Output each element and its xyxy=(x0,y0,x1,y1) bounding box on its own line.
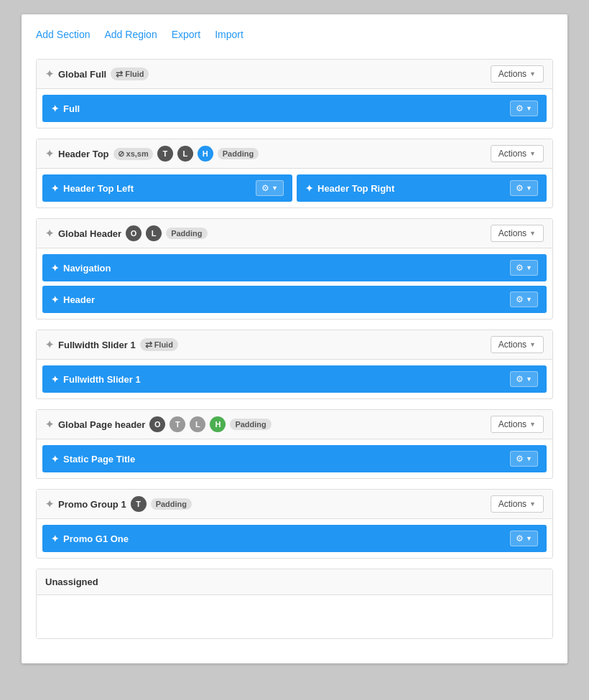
section-body-promo-group-1: ✦ Promo G1 One ⚙ xyxy=(37,519,552,558)
region-label: Header Top Right xyxy=(317,183,394,194)
section-global-header: ✦ Global Header O L Padding Actions ✦ Na… xyxy=(36,218,553,319)
actions-button-global-full[interactable]: Actions xyxy=(491,65,544,83)
unassigned-header: Unassigned xyxy=(37,569,552,595)
move-icon[interactable]: ✦ xyxy=(45,68,54,80)
move-icon[interactable]: ✦ xyxy=(45,419,54,430)
section-header-header-top: ✦ Header Top xs,sm T L H Padding Actions xyxy=(37,139,552,169)
region-row: ✦ Full ⚙ xyxy=(42,95,547,122)
unassigned-body xyxy=(37,595,552,638)
region-move-icon[interactable]: ✦ xyxy=(51,294,59,305)
toolbar: Add Section Add Region Export Import xyxy=(36,29,553,46)
badge-h: H xyxy=(210,416,226,432)
actions-button-header-top[interactable]: Actions xyxy=(491,145,544,162)
region-move-icon[interactable]: ✦ xyxy=(51,454,59,465)
region-gear-btn-navigation[interactable]: ⚙ xyxy=(510,260,538,276)
badge-padding: Padding xyxy=(166,228,207,239)
region-move-icon[interactable]: ✦ xyxy=(51,374,59,385)
region-header-top-right: ✦ Header Top Right ⚙ xyxy=(297,174,547,202)
badge-t: T xyxy=(131,496,147,512)
section-body-global-page-header: ✦ Static Page Title ⚙ xyxy=(37,439,552,478)
section-title: Promo Group 1 xyxy=(58,499,126,510)
region-move-icon[interactable]: ✦ xyxy=(51,263,59,274)
badge-t: T xyxy=(170,416,185,432)
region-promo-g1-one: ✦ Promo G1 One ⚙ xyxy=(42,525,547,552)
region-header: ✦ Header ⚙ xyxy=(42,286,547,313)
badge-l: L xyxy=(146,225,162,241)
section-body-global-header: ✦ Navigation ⚙ ✦ Header ⚙ xyxy=(37,248,552,319)
region-move-icon[interactable]: ✦ xyxy=(305,183,313,194)
badge-fluid: Fluid xyxy=(111,67,149,80)
actions-button-global-page-header[interactable]: Actions xyxy=(491,416,544,433)
region-row: ✦ Header ⚙ xyxy=(42,286,547,313)
region-full: ✦ Full ⚙ xyxy=(42,95,547,122)
add-section-link[interactable]: Add Section xyxy=(36,29,91,40)
page-container: Add Section Add Region Export Import ✦ G… xyxy=(22,14,567,663)
section-title: Global Full xyxy=(58,69,106,80)
section-title: Header Top xyxy=(58,149,109,159)
region-label: Fullwidth Slider 1 xyxy=(63,374,141,385)
move-icon[interactable]: ✦ xyxy=(45,498,54,510)
region-header-top-left: ✦ Header Top Left ⚙ xyxy=(42,174,292,202)
section-global-full: ✦ Global Full Fluid Actions ✦ Full ⚙ xyxy=(36,59,553,129)
badge-padding: Padding xyxy=(218,148,259,159)
region-label: Header xyxy=(63,294,95,305)
section-header-fullwidth-slider: ✦ Fullwidth Slider 1 Fluid Actions xyxy=(37,330,552,360)
move-icon[interactable]: ✦ xyxy=(45,339,54,350)
badge-fluid: Fluid xyxy=(140,338,178,351)
actions-button-global-header[interactable]: Actions xyxy=(491,225,544,242)
badge-padding: Padding xyxy=(230,419,271,430)
region-move-icon[interactable]: ✦ xyxy=(51,183,59,194)
section-title: Global Header xyxy=(58,228,121,239)
actions-button-fullwidth-slider[interactable]: Actions xyxy=(491,336,544,353)
unassigned-block: Unassigned xyxy=(36,569,553,639)
section-header-global-header: ✦ Global Header O L Padding Actions xyxy=(37,219,552,248)
region-static-page-title: ✦ Static Page Title ⚙ xyxy=(42,445,547,472)
region-move-icon[interactable]: ✦ xyxy=(51,103,59,114)
section-header-promo-group-1: ✦ Promo Group 1 T Padding Actions xyxy=(37,490,552,519)
region-row: ✦ Fullwidth Slider 1 ⚙ xyxy=(42,365,547,393)
move-icon[interactable]: ✦ xyxy=(45,228,54,239)
region-gear-btn-full[interactable]: ⚙ xyxy=(510,101,538,116)
import-link[interactable]: Import xyxy=(215,29,244,40)
section-header-top: ✦ Header Top xs,sm T L H Padding Actions… xyxy=(36,139,553,208)
section-title: Fullwidth Slider 1 xyxy=(58,340,136,350)
badge-o: O xyxy=(149,416,165,432)
region-row: ✦ Promo G1 One ⚙ xyxy=(42,525,547,552)
region-fullwidth-slider-1: ✦ Fullwidth Slider 1 ⚙ xyxy=(42,365,547,393)
badge-o: O xyxy=(126,225,142,241)
badge-t: T xyxy=(157,146,173,162)
region-gear-btn-header[interactable]: ⚙ xyxy=(510,291,538,307)
region-row: ✦ Static Page Title ⚙ xyxy=(42,445,547,472)
badge-l: L xyxy=(190,416,205,432)
region-move-icon[interactable]: ✦ xyxy=(51,533,59,544)
section-title: Global Page header xyxy=(58,419,145,430)
export-link[interactable]: Export xyxy=(172,29,200,40)
section-promo-group-1: ✦ Promo Group 1 T Padding Actions ✦ Prom… xyxy=(36,489,553,559)
region-gear-btn-header-top-right[interactable]: ⚙ xyxy=(510,180,538,196)
section-fullwidth-slider: ✦ Fullwidth Slider 1 Fluid Actions ✦ Ful… xyxy=(36,330,553,399)
region-row: ✦ Navigation ⚙ xyxy=(42,254,547,281)
region-label: Full xyxy=(63,103,80,114)
region-gear-btn-fullwidth-slider[interactable]: ⚙ xyxy=(510,371,538,387)
badge-l: L xyxy=(177,146,193,162)
section-body-fullwidth-slider: ✦ Fullwidth Slider 1 ⚙ xyxy=(37,360,552,398)
move-icon[interactable]: ✦ xyxy=(45,148,54,159)
section-body-header-top: ✦ Header Top Left ⚙ ✦ Header Top Right ⚙ xyxy=(37,169,552,207)
region-label: Header Top Left xyxy=(63,183,134,194)
region-label: Navigation xyxy=(63,263,111,274)
region-navigation: ✦ Navigation ⚙ xyxy=(42,254,547,281)
section-header-global-full: ✦ Global Full Fluid Actions xyxy=(37,60,552,89)
region-row: ✦ Header Top Left ⚙ ✦ Header Top Right ⚙ xyxy=(42,174,547,202)
section-global-page-header: ✦ Global Page header O T L H Padding Act… xyxy=(36,409,553,479)
actions-button-promo-group-1[interactable]: Actions xyxy=(491,495,544,513)
badge-h: H xyxy=(198,146,213,162)
region-gear-btn-promo-g1-one[interactable]: ⚙ xyxy=(510,531,538,546)
region-gear-btn-static-page-title[interactable]: ⚙ xyxy=(510,451,538,467)
region-label: Static Page Title xyxy=(63,454,135,465)
badge-xs-sm: xs,sm xyxy=(113,148,153,160)
badge-padding: Padding xyxy=(151,498,192,510)
section-body-global-full: ✦ Full ⚙ xyxy=(37,89,552,128)
section-header-global-page-header: ✦ Global Page header O T L H Padding Act… xyxy=(37,410,552,439)
region-gear-btn-header-top-left[interactable]: ⚙ xyxy=(256,180,284,196)
add-region-link[interactable]: Add Region xyxy=(105,29,157,40)
